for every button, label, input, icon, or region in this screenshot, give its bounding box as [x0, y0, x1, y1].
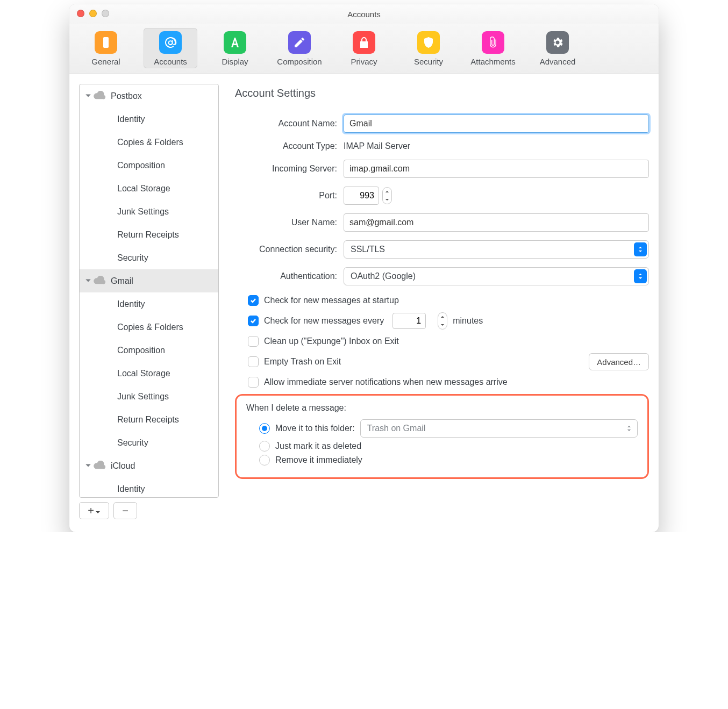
chevron-down-icon: [95, 505, 101, 516]
preferences-window: Accounts General Accounts Display Compos…: [69, 4, 659, 532]
tree-item[interactable]: Security: [80, 246, 218, 269]
titlebar: Accounts: [69, 4, 659, 24]
accounts-tree[interactable]: Postbox Identity Copies & Folders Compos…: [79, 84, 219, 498]
toolbar-composition[interactable]: Composition: [273, 28, 326, 68]
toolbar-privacy[interactable]: Privacy: [337, 28, 391, 68]
tree-item[interactable]: Copies & Folders: [80, 131, 218, 154]
user-name-label: User Name:: [235, 218, 337, 227]
at-sign-icon: [159, 31, 182, 54]
tree-item[interactable]: Identity: [80, 477, 218, 498]
check-startup-label: Check for new messages at startup: [264, 296, 399, 305]
check-idle[interactable]: [248, 377, 259, 388]
tree-item[interactable]: Return Receipts: [80, 408, 218, 431]
account-label: Gmail: [111, 276, 133, 286]
chevron-down-icon: [85, 276, 91, 286]
folder-select-value: Trash on Gmail: [367, 424, 426, 433]
tree-item[interactable]: Security: [80, 431, 218, 454]
incoming-server-input[interactable]: [344, 160, 649, 178]
check-every[interactable]: [248, 316, 259, 326]
chevron-down-icon: [85, 461, 91, 471]
window-close-button[interactable]: [77, 10, 84, 17]
remove-account-button[interactable]: −: [113, 502, 137, 519]
window-zoom-button[interactable]: [102, 10, 109, 17]
window-minimize-button[interactable]: [89, 10, 97, 17]
delete-group-title: When I delete a message:: [246, 403, 638, 413]
advanced-button[interactable]: Advanced…: [589, 353, 649, 370]
tree-item[interactable]: Local Storage: [80, 177, 218, 200]
preferences-toolbar: General Accounts Display Composition Pri…: [69, 24, 659, 74]
phone-icon: [95, 31, 117, 54]
account-label: Postbox: [111, 91, 142, 101]
pencil-icon: [288, 31, 311, 54]
radio-move-to-folder[interactable]: [259, 423, 270, 434]
port-input[interactable]: [344, 187, 379, 205]
incoming-server-label: Incoming Server:: [235, 164, 337, 174]
add-account-button[interactable]: +: [79, 502, 109, 519]
toolbar-advanced[interactable]: Advanced: [531, 28, 584, 68]
port-stepper[interactable]: [382, 187, 392, 204]
radio-mark-deleted[interactable]: [259, 441, 270, 452]
panel-heading: Account Settings: [235, 87, 649, 99]
toolbar-display[interactable]: Display: [208, 28, 262, 68]
shield-icon: [417, 31, 440, 54]
check-idle-label: Allow immediate server notifications whe…: [264, 377, 508, 387]
accounts-sidebar: Postbox Identity Copies & Folders Compos…: [79, 84, 219, 519]
account-name-input[interactable]: [344, 114, 649, 133]
lock-icon: [353, 31, 375, 54]
select-arrows-icon: [634, 269, 647, 283]
check-every-input[interactable]: [392, 313, 426, 329]
check-expunge-label: Clean up ("Expunge") Inbox on Exit: [264, 336, 399, 346]
tree-item[interactable]: Identity: [80, 108, 218, 131]
chevron-up-icon: [383, 188, 391, 196]
tree-item[interactable]: Junk Settings: [80, 385, 218, 408]
check-empty-trash[interactable]: [248, 356, 259, 367]
toolbar-attachments[interactable]: Attachments: [466, 28, 520, 68]
account-type-value: IMAP Mail Server: [344, 141, 410, 151]
chevron-down-icon: [85, 91, 91, 101]
select-arrows-icon: [634, 242, 647, 256]
authentication-label: Authentication:: [235, 271, 337, 281]
letter-a-icon: [224, 31, 246, 54]
minus-icon: −: [122, 505, 129, 516]
account-gmail[interactable]: Gmail: [80, 269, 218, 292]
check-empty-trash-label: Empty Trash on Exit: [264, 357, 341, 367]
check-expunge[interactable]: [248, 336, 259, 347]
toolbar-security[interactable]: Security: [402, 28, 455, 68]
account-type-label: Account Type:: [235, 141, 337, 151]
account-postbox[interactable]: Postbox: [80, 84, 218, 108]
plus-icon: +: [88, 505, 94, 516]
radio-remove-immediately[interactable]: [259, 455, 270, 465]
tree-item[interactable]: Local Storage: [80, 362, 218, 385]
toolbar-accounts[interactable]: Accounts: [144, 28, 197, 68]
connection-security-select[interactable]: SSL/TLS: [344, 240, 649, 259]
gear-icon: [546, 31, 569, 54]
select-arrows-icon: [625, 422, 633, 434]
chevron-down-icon: [438, 321, 447, 329]
account-settings-panel: Account Settings Account Name: Account T…: [235, 84, 649, 519]
svg-rect-0: [103, 37, 109, 48]
tree-item[interactable]: Composition: [80, 339, 218, 362]
cloud-icon: [94, 91, 105, 102]
user-name-input[interactable]: [344, 213, 649, 232]
tree-item[interactable]: Junk Settings: [80, 200, 218, 223]
cloud-icon: [94, 276, 105, 287]
delete-folder-select[interactable]: Trash on Gmail: [360, 419, 638, 438]
chevron-up-icon: [438, 313, 447, 321]
check-every-label-a: Check for new messages every: [264, 316, 384, 326]
check-every-label-b: minutes: [453, 316, 483, 326]
tree-item[interactable]: Identity: [80, 292, 218, 316]
authentication-select[interactable]: OAuth2 (Google): [344, 267, 649, 285]
tree-item[interactable]: Return Receipts: [80, 223, 218, 246]
cloud-icon: [94, 461, 105, 471]
radio-move-label: Move it to this folder:: [275, 424, 355, 433]
toolbar-general[interactable]: General: [79, 28, 133, 68]
account-icloud[interactable]: iCloud: [80, 454, 218, 477]
minutes-stepper[interactable]: [438, 312, 447, 330]
tree-item[interactable]: Copies & Folders: [80, 316, 218, 339]
connection-security-label: Connection security:: [235, 245, 337, 254]
window-title: Accounts: [347, 10, 381, 19]
check-startup[interactable]: [248, 295, 259, 306]
account-name-label: Account Name:: [235, 119, 337, 128]
radio-mark-label: Just mark it as deleted: [275, 441, 361, 451]
tree-item[interactable]: Composition: [80, 154, 218, 177]
